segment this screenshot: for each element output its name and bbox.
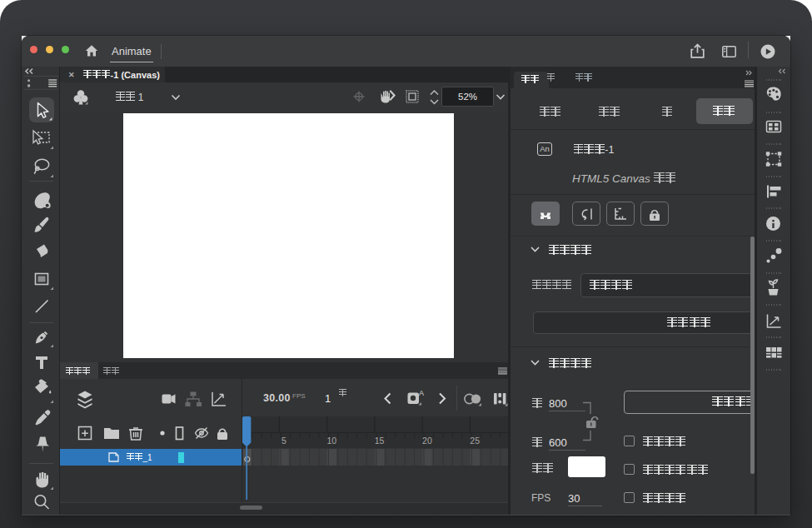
svg-text:A: A	[419, 389, 424, 397]
svg-text:5: 5	[281, 436, 286, 446]
svg-text:10: 10	[326, 436, 336, 446]
svg-text:20: 20	[422, 436, 432, 446]
svg-text:15: 15	[375, 436, 385, 446]
svg-text:25: 25	[470, 436, 480, 446]
